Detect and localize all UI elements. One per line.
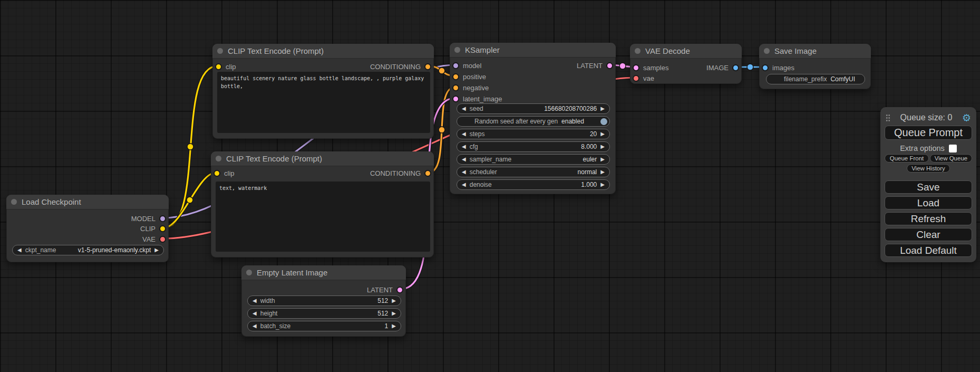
latent-socket-icon[interactable] xyxy=(606,62,613,69)
scheduler-widget[interactable]: ◀ scheduler normal ▶ xyxy=(457,167,610,177)
node-empty-latent-image[interactable]: Empty Latent Image LATENT ◀ width 512 ▶ … xyxy=(241,265,406,337)
clip-socket-icon[interactable] xyxy=(214,170,220,177)
positive-prompt-textarea[interactable]: beautiful scenery nature glass bottle la… xyxy=(217,72,430,133)
node-header[interactable]: VAE Decode xyxy=(630,44,742,59)
node-header[interactable]: CLIP Text Encode (Prompt) xyxy=(211,151,434,166)
port-samples-input[interactable]: samples xyxy=(633,64,668,71)
decrement-arrow-icon[interactable]: ◀ xyxy=(17,247,22,253)
image-socket-icon[interactable] xyxy=(762,64,769,71)
node-clip-text-encode-negative[interactable]: CLIP Text Encode (Prompt) clip CONDITION… xyxy=(211,151,434,257)
collapse-dot-icon[interactable] xyxy=(764,48,770,54)
steps-widget[interactable]: ◀ steps 20 ▶ xyxy=(457,129,610,139)
node-vae-decode[interactable]: VAE Decode samples IMAGE vae xyxy=(630,44,742,84)
sampler-name-widget[interactable]: ◀ sampler_name euler ▶ xyxy=(457,154,610,165)
node-header[interactable]: Save Image xyxy=(759,44,871,59)
decrement-arrow-icon[interactable]: ◀ xyxy=(462,182,466,187)
increment-arrow-icon[interactable]: ▶ xyxy=(600,131,605,137)
increment-arrow-icon[interactable]: ▶ xyxy=(600,169,605,175)
image-socket-icon[interactable] xyxy=(732,64,739,71)
view-history-button[interactable]: View History xyxy=(907,164,950,173)
port-conditioning-output[interactable]: CONDITIONING xyxy=(370,169,431,177)
collapse-dot-icon[interactable] xyxy=(246,270,252,275)
node-clip-text-encode-positive[interactable]: CLIP Text Encode (Prompt) clip CONDITION… xyxy=(212,44,434,139)
denoise-widget[interactable]: ◀ denoise 1.000 ▶ xyxy=(457,179,610,190)
load-button[interactable]: Load xyxy=(885,196,972,209)
port-negative-input[interactable]: negative xyxy=(452,84,489,91)
node-ksampler[interactable]: KSampler model LATENT positive negative … xyxy=(450,43,616,194)
port-clip-input[interactable]: clip xyxy=(214,169,235,177)
node-header[interactable]: KSampler xyxy=(450,43,616,58)
filename-prefix-widget[interactable]: filename_prefix ComfyUI xyxy=(766,74,865,84)
toggle-enabled-icon[interactable] xyxy=(600,118,607,125)
decrement-arrow-icon[interactable]: ◀ xyxy=(462,169,466,175)
collapse-dot-icon[interactable] xyxy=(217,48,223,54)
node-header[interactable]: Empty Latent Image xyxy=(241,265,406,280)
drag-handle-icon[interactable] xyxy=(886,114,890,122)
cfg-widget[interactable]: ◀ cfg 8.000 ▶ xyxy=(457,141,610,152)
port-latent-output[interactable]: LATENT xyxy=(367,286,403,293)
latent-socket-icon[interactable] xyxy=(452,96,459,102)
clear-button[interactable]: Clear xyxy=(885,228,972,241)
decrement-arrow-icon[interactable]: ◀ xyxy=(462,157,466,162)
decrement-arrow-icon[interactable]: ◀ xyxy=(253,311,257,316)
vae-socket-icon[interactable] xyxy=(633,75,639,82)
height-widget[interactable]: ◀ height 512 ▶ xyxy=(247,308,401,319)
port-positive-input[interactable]: positive xyxy=(452,73,486,80)
increment-arrow-icon[interactable]: ▶ xyxy=(392,311,396,316)
increment-arrow-icon[interactable]: ▶ xyxy=(392,323,396,329)
model-socket-icon[interactable] xyxy=(159,215,166,222)
conditioning-socket-icon[interactable] xyxy=(424,170,431,177)
port-conditioning-output[interactable]: CONDITIONING xyxy=(370,63,431,70)
conditioning-socket-icon[interactable] xyxy=(452,84,459,91)
width-widget[interactable]: ◀ width 512 ▶ xyxy=(247,295,401,306)
batch-size-widget[interactable]: ◀ batch_size 1 ▶ xyxy=(247,321,401,331)
node-save-image[interactable]: Save Image images filename_prefix ComfyU… xyxy=(759,44,871,89)
view-queue-button[interactable]: View Queue xyxy=(930,154,972,163)
collapse-dot-icon[interactable] xyxy=(454,47,460,53)
increment-arrow-icon[interactable]: ▶ xyxy=(154,247,159,253)
decrement-arrow-icon[interactable]: ◀ xyxy=(462,144,466,149)
port-image-output[interactable]: IMAGE xyxy=(706,64,739,71)
port-vae-output[interactable]: VAE xyxy=(142,235,166,243)
refresh-button[interactable]: Refresh xyxy=(885,212,972,225)
settings-gear-icon[interactable]: ⚙ xyxy=(962,113,971,123)
negative-prompt-textarea[interactable]: text, watermark xyxy=(216,182,430,252)
increment-arrow-icon[interactable]: ▶ xyxy=(600,144,605,149)
port-clip-output[interactable]: CLIP xyxy=(140,225,166,232)
decrement-arrow-icon[interactable]: ◀ xyxy=(462,106,466,111)
node-load-checkpoint[interactable]: Load Checkpoint MODEL CLIP VAE ◀ ckpt_na… xyxy=(6,195,169,262)
queue-front-button[interactable]: Queue Front xyxy=(885,154,929,163)
ckpt-name-widget[interactable]: ◀ ckpt_name v1-5-pruned-emaonly.ckpt ▶ xyxy=(12,245,164,255)
conditioning-socket-icon[interactable] xyxy=(452,73,459,80)
node-header[interactable]: CLIP Text Encode (Prompt) xyxy=(212,44,434,59)
save-button[interactable]: Save xyxy=(885,180,972,194)
model-socket-icon[interactable] xyxy=(452,62,459,69)
seed-widget[interactable]: ◀ seed 156680208700286 ▶ xyxy=(457,103,610,114)
latent-socket-icon[interactable] xyxy=(633,64,639,71)
increment-arrow-icon[interactable]: ▶ xyxy=(600,157,605,162)
port-images-input[interactable]: images xyxy=(762,64,794,71)
clip-socket-icon[interactable] xyxy=(159,225,166,232)
decrement-arrow-icon[interactable]: ◀ xyxy=(253,298,257,303)
port-latent-output[interactable]: LATENT xyxy=(577,62,613,69)
load-default-button[interactable]: Load Default xyxy=(885,244,972,257)
collapse-dot-icon[interactable] xyxy=(11,199,17,205)
node-graph-canvas[interactable]: Load Checkpoint MODEL CLIP VAE ◀ ckpt_na… xyxy=(0,0,980,372)
extra-options-checkbox[interactable] xyxy=(949,145,957,152)
conditioning-socket-icon[interactable] xyxy=(424,63,431,70)
increment-arrow-icon[interactable]: ▶ xyxy=(392,298,396,303)
decrement-arrow-icon[interactable]: ◀ xyxy=(462,131,466,137)
increment-arrow-icon[interactable]: ▶ xyxy=(600,182,605,187)
port-clip-input[interactable]: clip xyxy=(215,63,236,70)
random-seed-toggle-widget[interactable]: Random seed after every gen enabled xyxy=(457,116,610,127)
port-model-output[interactable]: MODEL xyxy=(131,215,166,222)
queue-prompt-button[interactable]: Queue Prompt xyxy=(885,126,972,140)
port-vae-input[interactable]: vae xyxy=(633,74,654,82)
latent-socket-icon[interactable] xyxy=(396,287,403,293)
increment-arrow-icon[interactable]: ▶ xyxy=(600,106,605,111)
port-model-input[interactable]: model xyxy=(452,62,481,69)
port-latent-image-input[interactable]: latent_image xyxy=(452,95,502,102)
clip-socket-icon[interactable] xyxy=(215,63,222,70)
vae-socket-icon[interactable] xyxy=(159,236,166,243)
node-header[interactable]: Load Checkpoint xyxy=(6,195,169,209)
